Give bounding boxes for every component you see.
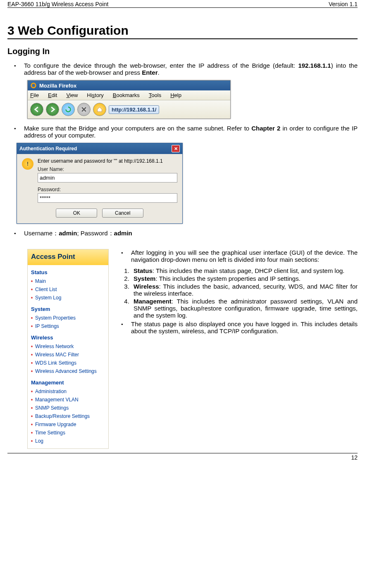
chapter-title: 3 Web Configuration: [7, 24, 358, 39]
header-left: EAP-3660 11b/g Wireless Access Point: [7, 1, 108, 7]
menu-view[interactable]: View: [66, 92, 78, 98]
back-button[interactable]: [30, 103, 43, 116]
nav-item-management-vlan[interactable]: Management VLAN: [28, 396, 108, 404]
nav-item-wds-link-settings[interactable]: WDS Link Settings: [28, 359, 108, 367]
bullet-status-page: The status page is also displayed once y…: [131, 320, 358, 334]
ok-button[interactable]: OK: [56, 209, 97, 218]
nav-item-ip-settings[interactable]: IP Settings: [28, 322, 108, 330]
nav-item-system-properties[interactable]: System Properties: [28, 314, 108, 322]
nav-item-log[interactable]: Log: [28, 437, 108, 445]
password-input[interactable]: [38, 193, 177, 203]
menu-help[interactable]: Help: [170, 92, 181, 98]
nav-section-management: Management: [28, 375, 108, 387]
nav-item-time-settings[interactable]: Time Settings: [28, 429, 108, 437]
menu-edit[interactable]: Edit: [48, 92, 57, 98]
auth-titlebar: Authentication Required ✕: [17, 143, 182, 154]
nav-item-firmware-upgrade[interactable]: Firmware Upgrade: [28, 420, 108, 429]
nav-item-main[interactable]: Main: [28, 277, 108, 285]
nav-item-snmp-settings[interactable]: SNMP Settings: [28, 404, 108, 412]
menu-file[interactable]: File: [30, 92, 39, 98]
nav-item-wireless-advanced-settings[interactable]: Wireless Advanced Settings: [28, 367, 108, 375]
ap-sidebar: Access Point Status Main Client List Sys…: [27, 249, 109, 449]
header-right: Version 1.1: [329, 1, 358, 7]
nav-section-wireless: Wireless: [28, 330, 108, 342]
cancel-button[interactable]: Cancel: [102, 209, 143, 218]
reload-button[interactable]: [62, 103, 75, 116]
nav-item-wireless-network[interactable]: Wireless Network: [28, 342, 108, 351]
close-icon[interactable]: ✕: [172, 145, 180, 152]
svg-point-1: [32, 84, 35, 87]
auth-dialog: Authentication Required ✕ ! Enter userna…: [17, 143, 183, 224]
nav-section-system: System: [28, 302, 108, 314]
section-title: Logging In: [7, 47, 358, 56]
firefox-toolbar: http://192.168.1.1/: [28, 100, 230, 119]
firefox-title-text: Mozilla Firefox: [39, 83, 76, 89]
username-label: User Name:: [38, 166, 177, 172]
auth-prompt: Enter username and password for "" at ht…: [38, 158, 177, 164]
ap-banner: Access Point: [28, 249, 108, 265]
address-bar[interactable]: http://192.168.1.1/: [109, 105, 159, 114]
nav-section-status: Status: [28, 265, 108, 277]
bullet-configure: To configure the device through the web-…: [24, 62, 358, 76]
firefox-icon: [30, 82, 37, 89]
firefox-menubar: File Edit View History Bookmarks Tools H…: [28, 90, 230, 100]
stop-button[interactable]: [77, 103, 91, 116]
menu-tools[interactable]: Tools: [149, 92, 161, 98]
bullet-gui-intro: After logging in you will see the graphi…: [131, 249, 358, 263]
menu-history[interactable]: History: [87, 92, 103, 98]
warning-icon: !: [22, 158, 33, 170]
nav-item-administration[interactable]: Administration: [28, 387, 108, 396]
firefox-titlebar: Mozilla Firefox: [28, 81, 230, 90]
username-input[interactable]: [38, 173, 177, 183]
nav-item-wireless-mac-filter[interactable]: Wireless MAC Filter: [28, 351, 108, 359]
home-button[interactable]: [93, 103, 106, 116]
menu-bookmarks[interactable]: Bookmarks: [113, 92, 140, 98]
firefox-window: Mozilla Firefox File Edit View History B…: [27, 80, 231, 119]
nav-item-client-list[interactable]: Client List: [28, 285, 108, 294]
forward-button[interactable]: [46, 103, 59, 116]
section-list: Status: This includes the main status pa…: [131, 267, 358, 319]
password-label: Password:: [38, 187, 177, 192]
page-number: 12: [7, 453, 358, 463]
nav-item-system-log[interactable]: System Log: [28, 294, 108, 302]
bullet-subnet: Make sure that the Bridge and your compu…: [24, 125, 358, 139]
bullet-creds: Username：admin; Password：admin: [24, 230, 358, 237]
nav-item-backup-restore[interactable]: Backup/Restore Settings: [28, 412, 108, 420]
